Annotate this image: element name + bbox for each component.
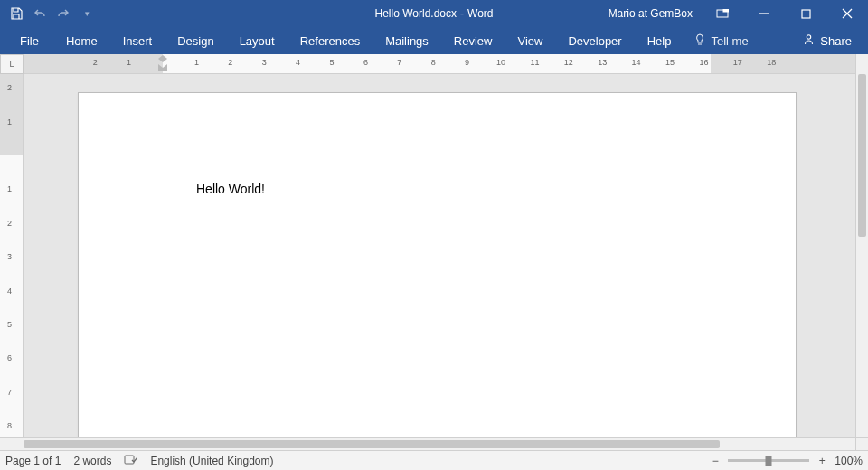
zoom-slider-knob[interactable] (766, 456, 772, 466)
svg-rect-1 (723, 9, 729, 12)
tab-label: Mailings (385, 34, 429, 48)
zoom-slider[interactable] (728, 459, 809, 462)
document-body-text[interactable]: Hello World! (196, 182, 265, 196)
tab-mailings[interactable]: Mailings (373, 27, 441, 54)
zoom-in-button[interactable]: + (816, 455, 827, 467)
tell-me-label: Tell me (711, 34, 748, 48)
tab-layout[interactable]: Layout (227, 27, 288, 54)
tab-stop-selector[interactable]: L (0, 54, 24, 74)
ruler-ticks: 21123456789101112131415161718 (24, 54, 855, 73)
status-bar: Page 1 of 1 2 words English (United King… (0, 450, 868, 470)
qat-customize-icon[interactable]: ▾ (78, 5, 96, 23)
horizontal-ruler[interactable]: 21123456789101112131415161718 (24, 54, 855, 74)
vertical-ruler[interactable]: 2112345678 (0, 74, 24, 437)
tab-insert[interactable]: Insert (110, 27, 165, 54)
zoom-level[interactable]: 100% (835, 455, 863, 467)
share-button[interactable]: Share (803, 27, 863, 54)
window-title: Hello World.docx - Word (375, 7, 494, 20)
tab-label: Home (66, 34, 98, 48)
tab-review[interactable]: Review (441, 27, 505, 54)
tab-file[interactable]: File (5, 27, 53, 54)
svg-rect-5 (125, 456, 134, 464)
page[interactable]: Hello World! (78, 92, 797, 437)
title-right: Mario at GemBox (599, 0, 868, 27)
share-icon (803, 33, 815, 48)
horizontal-scrollbar[interactable] (0, 437, 855, 450)
svg-rect-3 (802, 10, 810, 18)
tab-references[interactable]: References (288, 27, 373, 54)
minimize-icon[interactable] (743, 0, 785, 27)
close-icon[interactable] (826, 0, 868, 27)
scrollbar-thumb[interactable] (24, 440, 720, 448)
proofing-icon[interactable] (124, 454, 137, 468)
document-name: Hello World.docx (375, 7, 457, 20)
document-canvas[interactable]: Hello World! (24, 74, 855, 437)
scrollbar-thumb[interactable] (858, 74, 866, 237)
tab-label: Layout (240, 34, 275, 48)
tab-help[interactable]: Help (635, 27, 684, 54)
title-bar: ▾ Hello World.docx - Word Mario at GemBo… (0, 0, 868, 27)
undo-icon[interactable] (31, 5, 49, 23)
tab-label: Insert (123, 34, 153, 48)
share-label: Share (820, 34, 852, 48)
lightbulb-icon (694, 33, 705, 49)
maximize-icon[interactable] (785, 0, 826, 27)
zoom-control: − + 100% (710, 455, 863, 467)
tab-view[interactable]: View (505, 27, 555, 54)
redo-icon[interactable] (54, 5, 72, 23)
ribbon-display-options-icon[interactable] (702, 0, 743, 27)
app-name: Word (467, 7, 493, 20)
save-icon[interactable] (7, 5, 25, 23)
user-label[interactable]: Mario at GemBox (599, 7, 702, 20)
tab-developer[interactable]: Developer (555, 27, 634, 54)
tab-label: View (517, 34, 542, 48)
quick-access-toolbar: ▾ (0, 5, 96, 23)
status-language[interactable]: English (United Kingdom) (150, 455, 273, 467)
tab-stop-label: L (9, 60, 14, 69)
tab-design[interactable]: Design (165, 27, 226, 54)
svg-point-4 (807, 35, 811, 39)
workspace: L 21123456789101112131415161718 21123456… (0, 54, 868, 450)
ribbon-tabs: File Home Insert Design Layout Reference… (0, 27, 868, 54)
title-sep: - (460, 7, 464, 20)
vertical-scrollbar[interactable] (855, 54, 868, 437)
tab-home[interactable]: Home (53, 27, 110, 54)
tab-label: Help (647, 34, 672, 48)
status-page[interactable]: Page 1 of 1 (5, 455, 61, 467)
tab-label: Review (454, 34, 493, 48)
status-word-count[interactable]: 2 words (73, 455, 111, 467)
tab-label: Developer (568, 34, 621, 48)
scroll-corner (855, 437, 868, 450)
tab-file-label: File (20, 34, 39, 48)
tell-me-search[interactable]: Tell me (684, 27, 759, 54)
zoom-out-button[interactable]: − (710, 455, 721, 467)
tab-label: References (300, 34, 360, 48)
tab-label: Design (177, 34, 213, 48)
